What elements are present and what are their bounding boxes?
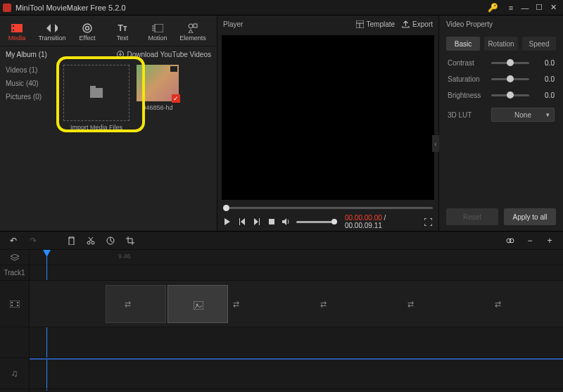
maximize-button[interactable]: ☐ xyxy=(532,2,546,13)
track-header-ruler xyxy=(0,250,29,265)
activate-key-icon[interactable]: 🔑 xyxy=(488,3,498,13)
timeline-clip-selected[interactable] xyxy=(167,285,228,323)
video-track[interactable]: ⇄ ⇄ ⇄ ⇄ ⇄ ⇄ xyxy=(30,281,563,327)
tab-text[interactable]: Tт Text xyxy=(106,18,139,46)
tab-motion[interactable]: Motion xyxy=(141,18,175,46)
svg-rect-25 xyxy=(17,305,18,306)
template-button[interactable]: Template xyxy=(356,20,396,28)
layers-icon xyxy=(11,254,19,261)
stop-button[interactable] xyxy=(267,217,276,227)
player-title: Player xyxy=(223,20,243,28)
saturation-value: 0.0 xyxy=(535,75,555,83)
svg-rect-2 xyxy=(13,30,14,31)
crop-button[interactable] xyxy=(125,236,135,246)
transition-slot[interactable]: ⇄ xyxy=(317,298,329,310)
prev-frame-button[interactable] xyxy=(238,217,247,227)
transition-slot[interactable]: ⇄ xyxy=(491,298,504,310)
track-audio-header: ♫ xyxy=(0,358,29,389)
delete-button[interactable] xyxy=(66,236,76,246)
split-button[interactable] xyxy=(86,236,96,246)
close-button[interactable]: ✕ xyxy=(546,2,560,13)
media-icon xyxy=(11,23,23,33)
track1-label: Track1 xyxy=(0,265,29,281)
volume-slider[interactable] xyxy=(296,221,335,223)
contrast-slider[interactable] xyxy=(491,62,529,64)
next-frame-button[interactable] xyxy=(253,217,262,227)
collapse-properties-button[interactable]: ‹ xyxy=(432,135,439,152)
svg-rect-1 xyxy=(13,25,14,27)
sidebar-videos[interactable]: Videos (1) xyxy=(6,66,61,74)
svg-point-20 xyxy=(510,239,514,243)
svg-point-16 xyxy=(87,241,90,244)
svg-rect-24 xyxy=(17,302,18,303)
undo-button[interactable]: ↶ xyxy=(8,236,18,246)
film-icon xyxy=(10,301,20,308)
apply-to-all-button[interactable]: Apply to all xyxy=(504,208,556,225)
lut-select[interactable]: None ▾ xyxy=(491,108,555,122)
folder-icon xyxy=(90,88,103,98)
saturation-label: Saturation xyxy=(448,75,486,83)
transition-slot[interactable]: ⇄ xyxy=(121,298,134,310)
template-icon xyxy=(356,20,364,28)
tab-basic[interactable]: Basic xyxy=(446,37,480,51)
play-button[interactable] xyxy=(223,217,232,227)
player-seek-slider[interactable] xyxy=(223,207,433,209)
transition-slot[interactable]: ⇄ xyxy=(404,298,417,310)
speed-button[interactable] xyxy=(106,236,115,246)
properties-title: Video Property xyxy=(446,20,493,28)
tab-transition[interactable]: Transition xyxy=(35,18,69,46)
track1[interactable] xyxy=(30,265,563,281)
zoom-fit-button[interactable] xyxy=(505,236,515,246)
svg-rect-5 xyxy=(155,24,163,32)
sidebar-music[interactable]: Music (40) xyxy=(6,80,61,87)
ruler-tick: 9.46 xyxy=(118,253,131,260)
contrast-label: Contrast xyxy=(448,59,486,67)
text-icon: Tт xyxy=(117,23,128,33)
media-gallery: Import Media Files ✓ 046856-hd xyxy=(61,62,217,231)
transition-slot[interactable]: ⇄ xyxy=(229,298,242,310)
main-toolbar: Media Transition Effect Tт Text Motion E… xyxy=(0,15,217,46)
track-fx-header xyxy=(0,327,29,358)
zoom-out-button[interactable]: − xyxy=(525,236,535,246)
svg-rect-21 xyxy=(10,301,20,308)
export-icon xyxy=(402,20,410,28)
tab-speed[interactable]: Speed xyxy=(522,37,556,51)
download-icon xyxy=(117,51,124,58)
download-youtube-button[interactable]: Download YouTube Videos xyxy=(117,51,211,58)
saturation-slider[interactable] xyxy=(491,78,529,80)
media-thumbnail-caption: 046856-hd xyxy=(137,104,179,111)
brightness-slider[interactable] xyxy=(491,94,529,96)
redo-button[interactable]: ↷ xyxy=(28,236,38,246)
lut-label: 3D LUT xyxy=(448,111,486,119)
svg-rect-22 xyxy=(11,302,13,303)
music-note-icon: ♫ xyxy=(11,368,18,379)
timeline-clip[interactable] xyxy=(106,285,166,323)
volume-button[interactable] xyxy=(282,217,291,227)
tab-elements[interactable]: Elements xyxy=(176,18,210,46)
audio-track[interactable] xyxy=(30,358,563,389)
svg-point-3 xyxy=(83,24,91,32)
sidebar-pictures[interactable]: Pictures (0) xyxy=(6,93,61,101)
player-viewport[interactable] xyxy=(222,35,434,200)
zoom-in-button[interactable]: + xyxy=(545,236,555,246)
reset-button[interactable]: Reset xyxy=(446,208,498,225)
motion-icon xyxy=(152,23,163,33)
menu-icon[interactable]: ≡ xyxy=(504,2,518,13)
media-thumbnail[interactable]: ✓ xyxy=(137,65,179,101)
effects-track[interactable] xyxy=(30,327,563,358)
app-title: MiniTool MovieMaker Free 5.2.0 xyxy=(15,4,488,12)
tab-media[interactable]: Media xyxy=(0,18,34,46)
track-video-header xyxy=(0,281,29,327)
svg-rect-15 xyxy=(269,219,274,225)
export-button[interactable]: Export xyxy=(402,20,433,28)
selected-check-icon: ✓ xyxy=(172,94,180,103)
fullscreen-button[interactable] xyxy=(424,217,433,227)
import-media-button[interactable] xyxy=(63,65,129,121)
transition-icon xyxy=(46,23,58,33)
tab-effect[interactable]: Effect xyxy=(70,18,104,46)
minimize-button[interactable]: — xyxy=(518,2,532,13)
timeline-ruler[interactable]: 9.46 xyxy=(30,250,563,265)
tab-rotation[interactable]: Rotation xyxy=(484,37,518,51)
chevron-down-icon: ▾ xyxy=(546,111,550,118)
elements-icon xyxy=(187,23,198,33)
